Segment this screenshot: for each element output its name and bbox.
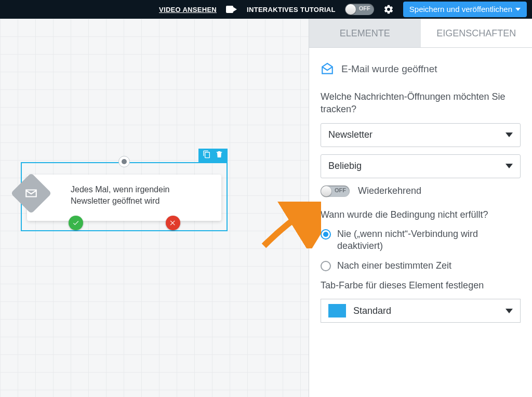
select-tab-color-value: Standard (353, 306, 391, 316)
recurring-label: Wiederkehrend (358, 186, 421, 196)
watch-video-link[interactable]: VIDEO ANSEHEN (159, 6, 217, 14)
workflow-node-selected[interactable]: Jedes Mal, wenn irgendein Newsletter geö… (21, 162, 228, 231)
mail-icon (10, 173, 51, 214)
panel-tabs: ELEMENTE EIGENSCHAFTEN (309, 19, 532, 48)
tab-elements[interactable]: ELEMENTE (309, 19, 421, 47)
mail-open-icon (321, 62, 334, 76)
radio-never-label: Nie („wenn nicht“-Verbindung wird deakti… (337, 228, 521, 253)
node-yes-port[interactable] (69, 216, 83, 230)
node-input-port[interactable] (118, 156, 130, 167)
node-card: Jedes Mal, wenn irgendein Newsletter geö… (27, 175, 221, 221)
chevron-down-icon (506, 164, 513, 168)
node-description: Jedes Mal, wenn irgendein Newsletter geö… (71, 184, 211, 206)
topbar: VIDEO ANSEHEN INTERAKTIVES TUTORIAL OFF … (0, 0, 532, 19)
tutorial-label: INTERAKTIVES TUTORIAL (247, 6, 336, 14)
radio-after-time-input[interactable] (321, 261, 331, 271)
tutorial-toggle-state: OFF (359, 5, 370, 11)
question-color: Tab-Farbe für dieses Element festlegen (321, 279, 521, 292)
select-message-type[interactable]: Newsletter (321, 123, 521, 147)
panel-title: E-Mail wurde geöffnet (321, 62, 521, 76)
duplicate-icon[interactable] (203, 150, 211, 161)
select-message-type-value: Newsletter (328, 129, 373, 140)
properties-panel: ELEMENTE EIGENSCHAFTEN E-Mail wurde geöf… (309, 19, 532, 397)
workflow-canvas[interactable]: Jedes Mal, wenn irgendein Newsletter geö… (0, 19, 309, 397)
recurring-toggle[interactable]: OFF (321, 186, 350, 197)
node-action-bar (198, 149, 228, 162)
tutorial-toggle[interactable]: OFF (345, 4, 374, 15)
select-message-which[interactable]: Beliebig (321, 154, 521, 178)
radio-after-time[interactable]: Nach einer bestimmten Zeit (321, 260, 521, 272)
radio-never[interactable]: Nie („wenn nicht“-Verbindung wird deakti… (321, 228, 521, 253)
chevron-down-icon (515, 8, 521, 11)
radio-after-time-label: Nach einer bestimmten Zeit (337, 260, 451, 272)
question-notmet: Wann wurde die Bedingung nicht erfüllt? (321, 208, 521, 221)
chevron-down-icon (506, 133, 513, 137)
select-tab-color[interactable]: Standard (321, 299, 521, 323)
gear-icon[interactable] (383, 4, 394, 15)
node-no-port[interactable] (166, 216, 180, 230)
delete-icon[interactable] (215, 150, 223, 161)
camera-icon (226, 6, 237, 13)
recurring-toggle-state: OFF (335, 187, 346, 193)
publish-button[interactable]: Speichern und veröffentlichen (403, 2, 527, 17)
question-track: Welche Nachrichten-Öffnungen möchten Sie… (321, 90, 521, 116)
chevron-down-icon (506, 309, 513, 313)
color-swatch (328, 304, 346, 317)
select-message-which-value: Beliebig (328, 161, 362, 171)
radio-never-input[interactable] (321, 229, 331, 240)
publish-button-label: Speichern und veröffentlichen (409, 5, 512, 14)
panel-title-text: E-Mail wurde geöffnet (341, 63, 437, 75)
tab-properties[interactable]: EIGENSCHAFTEN (421, 19, 533, 47)
